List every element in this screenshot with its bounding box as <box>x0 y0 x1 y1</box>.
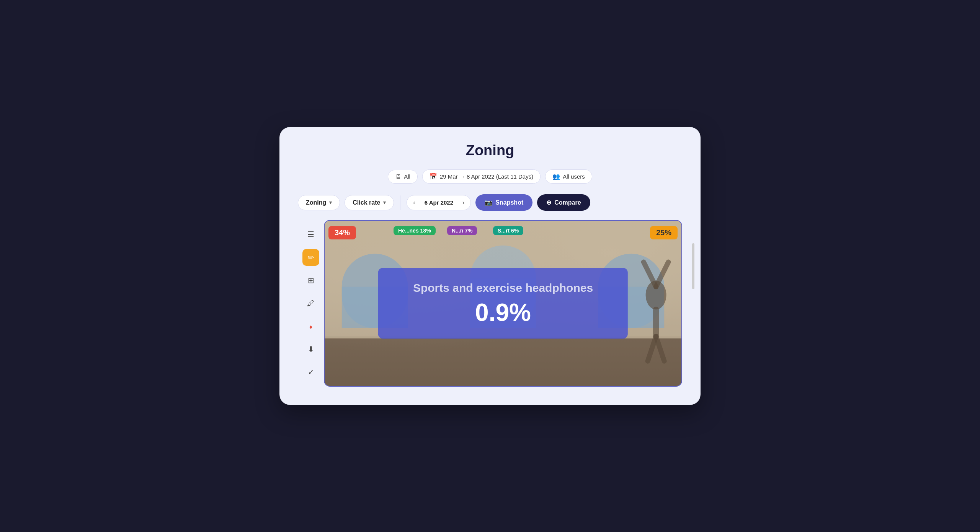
toolbar-row: Zoning ▾ Click rate ▾ ‹ 6 Apr 2022 › 📷 S… <box>298 194 682 211</box>
date-range-label: 29 Mar → 8 Apr 2022 (Last 11 Days) <box>440 173 533 180</box>
zone-4-label: S...rt <box>498 228 510 234</box>
eraser-icon: ⬧ <box>309 322 313 331</box>
qr-tool-button[interactable]: ⊞ <box>302 272 319 289</box>
map-type-label: Zoning <box>306 199 326 206</box>
zone-5-value: 25% <box>656 228 671 237</box>
qr-icon: ⊞ <box>308 276 314 285</box>
zone-2-value: 18% <box>420 228 431 234</box>
main-card: Zoning 🖥 All 📅 29 Mar → 8 Apr 2022 (Last… <box>279 127 701 405</box>
zone-2-label: He...nes <box>398 228 419 234</box>
eyedropper-icon: 🖊 <box>307 299 315 308</box>
list-tool-button[interactable]: ☰ <box>302 226 319 243</box>
snapshot-label: Snapshot <box>495 199 523 206</box>
scrollbar[interactable] <box>692 243 694 289</box>
content-area: ☰ ✏ ⊞ 🖊 ⬧ ⬇ ✓ <box>298 220 682 387</box>
metric-dropdown[interactable]: Click rate ▾ <box>345 195 394 210</box>
heatmap-canvas: 34% He...nes 18% N...n 7% S...rt 6% 25% … <box>324 220 682 387</box>
snapshot-button[interactable]: 📷 Snapshot <box>475 194 532 211</box>
compare-label: Compare <box>554 199 581 206</box>
date-navigator: ‹ 6 Apr 2022 › <box>407 195 471 210</box>
date-filter[interactable]: 📅 29 Mar → 8 Apr 2022 (Last 11 Days) <box>422 169 541 184</box>
eraser-tool-button[interactable]: ⬧ <box>302 318 319 335</box>
zone-badge-4: S...rt 6% <box>493 226 523 235</box>
zone-badge-3: N...n 7% <box>447 226 477 235</box>
device-filter[interactable]: 🖥 All <box>388 170 418 184</box>
calendar-icon: 📅 <box>430 173 437 180</box>
page-title: Zoning <box>298 142 682 159</box>
check-tool-button[interactable]: ✓ <box>302 364 319 381</box>
zone-1-value: 34% <box>335 228 350 237</box>
compare-button[interactable]: ⊕ Compare <box>537 194 590 211</box>
users-icon: 👥 <box>552 173 560 180</box>
filter-row: 🖥 All 📅 29 Mar → 8 Apr 2022 (Last 11 Day… <box>298 169 682 184</box>
pencil-icon: ✏ <box>308 253 314 262</box>
map-type-dropdown[interactable]: Zoning ▾ <box>298 195 340 210</box>
list-icon: ☰ <box>307 230 314 239</box>
zone-3-label: N...n <box>452 228 463 234</box>
zone-3-value: 7% <box>465 228 472 234</box>
users-label: All users <box>563 173 585 180</box>
click-rate-value: 0.9% <box>394 298 612 327</box>
banner-text: Sports and exercise headphones <box>394 280 612 295</box>
monitor-icon: 🖥 <box>395 173 401 180</box>
chevron-down-icon: ▾ <box>329 200 332 205</box>
zone-badge-2: He...nes 18% <box>394 226 436 235</box>
users-filter[interactable]: 👥 All users <box>545 169 592 184</box>
next-date-button[interactable]: › <box>456 195 470 210</box>
download-tool-button[interactable]: ⬇ <box>302 341 319 358</box>
product-banner-overlay: Sports and exercise headphones 0.9% <box>378 268 628 339</box>
zone-badge-5: 25% <box>650 226 678 239</box>
toolbar-divider <box>400 195 400 210</box>
edit-tool-button[interactable]: ✏ <box>302 249 319 266</box>
svg-rect-0 <box>325 336 681 386</box>
check-icon: ✓ <box>308 368 314 377</box>
plus-circle-icon: ⊕ <box>546 199 551 206</box>
zone-4-value: 6% <box>511 228 519 234</box>
device-label: All <box>404 173 410 180</box>
metric-label: Click rate <box>353 199 380 206</box>
prev-date-button[interactable]: ‹ <box>407 195 421 210</box>
current-date-label: 6 Apr 2022 <box>421 195 456 210</box>
download-icon: ⬇ <box>308 345 314 354</box>
sidebar-tools: ☰ ✏ ⊞ 🖊 ⬧ ⬇ ✓ <box>298 220 324 387</box>
zone-badge-1: 34% <box>328 226 356 239</box>
camera-icon: 📷 <box>485 199 492 206</box>
eyedropper-tool-button[interactable]: 🖊 <box>302 295 319 312</box>
chevron-down-icon: ▾ <box>383 200 386 205</box>
